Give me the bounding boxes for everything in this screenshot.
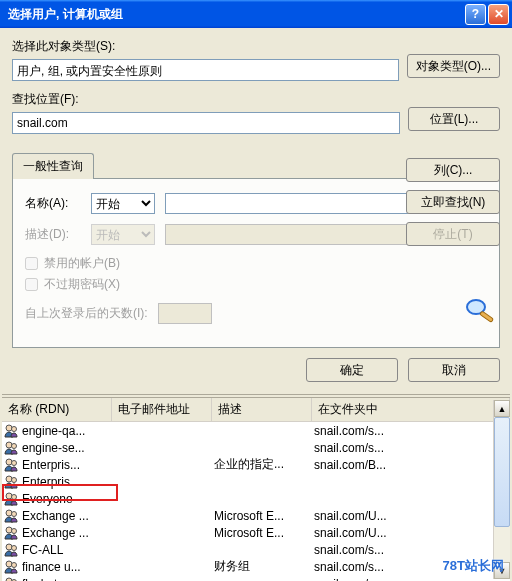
table-row[interactable]: finance u...财务组snail.com/s... xyxy=(2,558,510,575)
watermark: 78T站长网 xyxy=(443,557,504,575)
help-button[interactable]: ? xyxy=(465,4,486,25)
disabled-accounts-checkbox xyxy=(25,257,38,270)
cell-folder: snail.com/B... xyxy=(312,458,510,472)
cell-desc: Microsoft E... xyxy=(212,509,312,523)
group-icon xyxy=(4,475,18,489)
group-icon xyxy=(4,492,18,506)
results-list: 名称 (RDN) 电子邮件地址 描述 在文件夹中 engine-qa...sna… xyxy=(2,397,510,581)
group-icon xyxy=(4,441,18,455)
svg-point-5 xyxy=(12,443,17,448)
svg-point-6 xyxy=(6,459,12,465)
svg-point-7 xyxy=(12,460,17,465)
svg-point-19 xyxy=(12,562,17,567)
disabled-accounts-label: 禁用的帐户(B) xyxy=(44,255,120,272)
group-icon xyxy=(4,577,18,582)
close-icon: ✕ xyxy=(494,7,504,21)
titlebar: 选择用户, 计算机或组 ? ✕ xyxy=(0,0,512,28)
cell-desc: 财务组 xyxy=(212,558,312,575)
cell-name: finance u... xyxy=(20,560,112,574)
cell-desc: Microsoft E... xyxy=(212,526,312,540)
non-expiring-pw-label: 不过期密码(X) xyxy=(44,276,120,293)
svg-point-18 xyxy=(6,561,12,567)
cell-folder: snail.com/U... xyxy=(312,509,510,523)
svg-point-11 xyxy=(12,494,17,499)
cell-name: FC-ALL xyxy=(20,543,112,557)
table-row[interactable]: Exchange ...Microsoft E...snail.com/U... xyxy=(2,507,510,524)
svg-point-2 xyxy=(6,425,12,431)
days-since-logon-input xyxy=(158,303,212,324)
group-icon xyxy=(4,526,18,540)
results-header: 名称 (RDN) 电子邮件地址 描述 在文件夹中 xyxy=(2,398,510,422)
ok-button[interactable]: 确定 xyxy=(306,358,398,382)
table-row[interactable]: Everyone xyxy=(2,490,510,507)
find-now-button[interactable]: 立即查找(N) xyxy=(406,190,500,214)
table-row[interactable]: Enterpris...企业的指定...snail.com/B... xyxy=(2,456,510,473)
cell-folder: snail.com/s... xyxy=(312,577,510,582)
cell-name: engine-se... xyxy=(20,441,112,455)
svg-point-12 xyxy=(6,510,12,516)
search-icon xyxy=(462,295,498,332)
svg-point-17 xyxy=(12,545,17,550)
cell-desc: 企业的指定... xyxy=(212,456,312,473)
group-icon xyxy=(4,509,18,523)
svg-point-15 xyxy=(12,528,17,533)
desc-op-select: 开始 xyxy=(91,224,155,245)
svg-rect-1 xyxy=(480,311,494,322)
cell-folder: snail.com/s... xyxy=(312,441,510,455)
cell-name: Enterpris... xyxy=(20,458,112,472)
cell-folder: snail.com/s... xyxy=(312,543,510,557)
col-header-desc[interactable]: 描述 xyxy=(212,398,312,421)
col-header-name[interactable]: 名称 (RDN) xyxy=(2,398,112,421)
tab-common-queries[interactable]: 一般性查询 xyxy=(12,153,94,179)
cell-name: flash_too... xyxy=(20,577,112,582)
svg-point-20 xyxy=(6,578,12,582)
name-op-select[interactable]: 开始 xyxy=(91,193,155,214)
cell-name: Enterpris... xyxy=(20,475,112,489)
location-field: snail.com xyxy=(12,112,400,134)
table-row[interactable]: engine-qa...snail.com/s... xyxy=(2,422,510,439)
group-icon xyxy=(4,560,18,574)
object-type-label: 选择此对象类型(S): xyxy=(12,38,399,55)
columns-button[interactable]: 列(C)... xyxy=(406,158,500,182)
svg-point-14 xyxy=(6,527,12,533)
days-since-logon-label: 自上次登录后的天数(I): xyxy=(25,305,148,322)
table-row[interactable]: Exchange ...Microsoft E...snail.com/U... xyxy=(2,524,510,541)
group-icon xyxy=(4,543,18,557)
table-row[interactable]: Enterpris... xyxy=(2,473,510,490)
svg-point-4 xyxy=(6,442,12,448)
cell-name: Exchange ... xyxy=(20,509,112,523)
table-row[interactable]: flash_too...snail.com/s... xyxy=(2,575,510,581)
location-label: 查找位置(F): xyxy=(12,91,400,108)
cell-name: Everyone xyxy=(20,492,112,506)
cell-folder: snail.com/U... xyxy=(312,526,510,540)
object-types-button[interactable]: 对象类型(O)... xyxy=(407,54,500,78)
scroll-thumb[interactable] xyxy=(494,417,510,527)
cell-name: Exchange ... xyxy=(20,526,112,540)
scroll-up-icon[interactable]: ▲ xyxy=(494,400,510,417)
cancel-button[interactable]: 取消 xyxy=(408,358,500,382)
close-button[interactable]: ✕ xyxy=(488,4,509,25)
col-header-email[interactable]: 电子邮件地址 xyxy=(112,398,212,421)
svg-point-10 xyxy=(6,493,12,499)
svg-point-13 xyxy=(12,511,17,516)
svg-point-9 xyxy=(12,477,17,482)
vertical-scrollbar[interactable]: ▲ ▼ xyxy=(493,400,510,579)
cell-name: engine-qa... xyxy=(20,424,112,438)
name-label: 名称(A): xyxy=(25,195,81,212)
table-row[interactable]: FC-ALLsnail.com/s... xyxy=(2,541,510,558)
cell-folder: snail.com/s... xyxy=(312,424,510,438)
group-icon xyxy=(4,458,18,472)
col-header-folder[interactable]: 在文件夹中 xyxy=(312,398,510,421)
window-title: 选择用户, 计算机或组 xyxy=(8,6,123,23)
locations-button[interactable]: 位置(L)... xyxy=(408,107,500,131)
desc-label: 描述(D): xyxy=(25,226,81,243)
non-expiring-pw-checkbox xyxy=(25,278,38,291)
svg-point-3 xyxy=(12,426,17,431)
stop-button: 停止(T) xyxy=(406,222,500,246)
svg-point-8 xyxy=(6,476,12,482)
object-type-field: 用户, 组, 或内置安全性原则 xyxy=(12,59,399,81)
svg-point-16 xyxy=(6,544,12,550)
group-icon xyxy=(4,424,18,438)
table-row[interactable]: engine-se...snail.com/s... xyxy=(2,439,510,456)
